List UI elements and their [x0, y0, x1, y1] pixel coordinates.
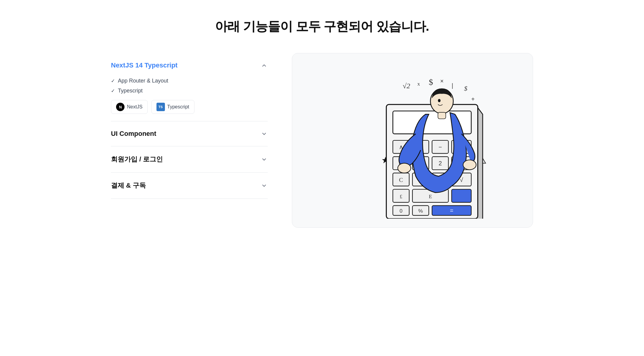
- check-item-app-router: ✓ App Router & Layout: [111, 78, 268, 84]
- check-item-label: App Router & Layout: [118, 78, 168, 84]
- check-item-label-2: Typescript: [118, 88, 143, 94]
- svg-text:2: 2: [439, 160, 442, 167]
- chevron-down-icon-ui: [260, 130, 268, 137]
- svg-rect-40: [452, 189, 471, 202]
- badge-typescript: TS Typescript: [151, 100, 194, 114]
- chevron-up-icon: [260, 62, 268, 69]
- accordion-section: NextJS 14 Typescript ✓ App Router & Layo…: [111, 53, 268, 199]
- illustration-panel: √2 x $ × | $ + ★ ★: [292, 53, 533, 228]
- accordion-content-nextjs: ✓ App Router & Layout ✓ Typescript N Nex…: [111, 78, 268, 121]
- svg-text:×: ×: [440, 78, 444, 84]
- svg-rect-51: [438, 112, 446, 119]
- svg-point-49: [398, 163, 411, 173]
- svg-text:−: −: [438, 144, 442, 150]
- chevron-down-icon-auth: [260, 156, 268, 163]
- check-icon: ✓: [111, 78, 115, 84]
- badge-nextjs-label: NextJS: [127, 104, 143, 110]
- calculator-illustration: √2 x $ × | $ + ★ ★: [334, 62, 491, 219]
- accordion-item-payment: 결제 & 구독: [111, 173, 268, 199]
- badge-row: N NextJS TS Typescript: [111, 100, 268, 114]
- typescript-logo-icon: TS: [156, 103, 165, 111]
- accordion-header-nextjs[interactable]: NextJS 14 Typescript: [111, 53, 268, 78]
- page-title: 아래 기능들이 모두 구현되어 있습니다.: [24, 18, 620, 35]
- svg-text:$: $: [429, 77, 433, 87]
- accordion-title-ui: UI Component: [111, 130, 156, 138]
- svg-text:+: +: [471, 96, 475, 102]
- accordion-item-auth: 회원가입 / 로그인: [111, 146, 268, 173]
- svg-text:C: C: [399, 177, 403, 183]
- svg-point-48: [438, 99, 441, 102]
- svg-text:|: |: [452, 82, 453, 89]
- svg-text:E: E: [429, 194, 432, 199]
- accordion-title-nextjs: NextJS 14 Typescript: [111, 61, 178, 69]
- accordion-header-ui[interactable]: UI Component: [111, 121, 268, 146]
- badge-ts-label: Typescript: [167, 104, 189, 110]
- accordion-header-payment[interactable]: 결제 & 구독: [111, 173, 268, 198]
- svg-text:0: 0: [399, 208, 402, 214]
- chevron-down-icon-payment: [260, 182, 268, 189]
- svg-text:£: £: [400, 194, 402, 199]
- accordion-item-ui: UI Component: [111, 121, 268, 146]
- badge-nextjs: N NextJS: [111, 100, 148, 114]
- accordion-title-payment: 결제 & 구독: [111, 181, 146, 190]
- accordion-title-auth: 회원가입 / 로그인: [111, 155, 163, 164]
- svg-text:=: =: [450, 208, 453, 214]
- accordion-item-nextjs: NextJS 14 Typescript ✓ App Router & Layo…: [111, 53, 268, 121]
- svg-text:x: x: [417, 81, 420, 87]
- accordion-header-auth[interactable]: 회원가입 / 로그인: [111, 146, 268, 172]
- svg-text:√2: √2: [403, 82, 410, 90]
- check-icon-2: ✓: [111, 88, 115, 94]
- svg-text:$: $: [464, 85, 467, 92]
- svg-point-50: [463, 160, 476, 170]
- main-layout: NextJS 14 Typescript ✓ App Router & Layo…: [111, 53, 533, 228]
- svg-text:%: %: [418, 208, 423, 214]
- check-item-typescript: ✓ Typescript: [111, 88, 268, 94]
- nextjs-logo-icon: N: [116, 103, 125, 111]
